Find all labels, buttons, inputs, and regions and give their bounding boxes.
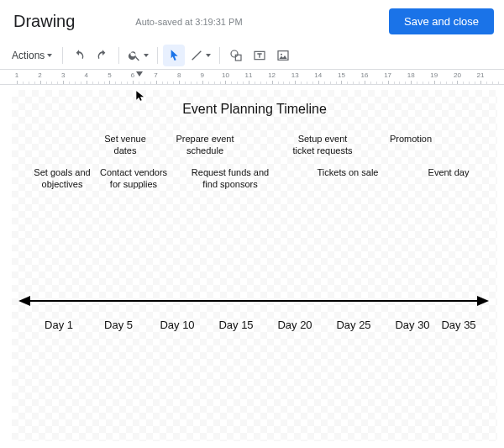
- canvas[interactable]: Event Planning Timeline Set venuedatesPr…: [12, 90, 497, 441]
- svg-marker-7: [477, 296, 489, 306]
- timeline-day-label[interactable]: Day 25: [336, 319, 370, 331]
- timeline-task[interactable]: Set goals andobjectives: [34, 167, 90, 191]
- timeline-task[interactable]: Setup eventticket requests: [293, 134, 353, 157]
- textbox-icon: [253, 49, 266, 62]
- toolbar-separator: [219, 47, 220, 64]
- svg-point-0: [231, 50, 238, 57]
- select-icon: [167, 49, 181, 62]
- dialog-title: Drawing: [13, 12, 75, 31]
- timeline-arrow[interactable]: [18, 294, 489, 308]
- line-tool-button[interactable]: [186, 45, 214, 66]
- svg-point-4: [281, 53, 282, 55]
- timeline-task[interactable]: Set venuedates: [104, 134, 146, 157]
- timeline-day-label[interactable]: Day 30: [395, 319, 429, 331]
- toolbar-separator: [118, 47, 119, 64]
- shape-tool-button[interactable]: [225, 45, 247, 66]
- line-icon: [190, 49, 203, 62]
- timeline-title[interactable]: Event Planning Timeline: [182, 102, 327, 117]
- caret-down-icon: [47, 54, 52, 57]
- drawing-dialog: Drawing Auto-saved at 3:19:31 PM Save an…: [0, 0, 504, 448]
- timeline-task[interactable]: Tickets on sale: [318, 167, 379, 179]
- timeline-task[interactable]: Prepare eventschedule: [176, 134, 234, 157]
- caret-down-icon: [144, 54, 149, 57]
- svg-marker-6: [18, 296, 30, 306]
- timeline-day-label[interactable]: Day 10: [160, 319, 194, 331]
- timeline-day-label[interactable]: Day 5: [104, 319, 133, 331]
- canvas-area[interactable]: Event Planning Timeline Set venuedatesPr…: [0, 85, 504, 448]
- timeline-day-label[interactable]: Day 15: [218, 319, 253, 331]
- timeline-day-label[interactable]: Day 20: [277, 319, 312, 331]
- actions-menu-button[interactable]: Actions: [8, 45, 57, 66]
- dialog-header: Drawing Auto-saved at 3:19:31 PM Save an…: [0, 0, 504, 41]
- redo-icon: [96, 49, 109, 62]
- image-tool-button[interactable]: [272, 45, 294, 66]
- timeline-task[interactable]: Request funds andfind sponsors: [192, 167, 269, 191]
- undo-icon: [72, 49, 86, 62]
- undo-button[interactable]: [68, 45, 90, 66]
- toolbar-separator: [62, 47, 63, 64]
- select-tool-button[interactable]: [163, 45, 185, 66]
- timeline-task[interactable]: Event day: [428, 167, 470, 179]
- timeline-day-label[interactable]: Day 35: [441, 319, 475, 331]
- zoom-icon: [128, 49, 141, 62]
- drawing-content: Event Planning Timeline Set venuedatesPr…: [12, 90, 497, 441]
- autosave-status: Auto-saved at 3:19:31 PM: [135, 17, 242, 27]
- image-icon: [276, 49, 290, 62]
- save-and-close-button[interactable]: Save and close: [389, 8, 494, 34]
- timeline-task[interactable]: Contact vendorsfor supplies: [100, 167, 167, 191]
- zoom-button[interactable]: [124, 45, 152, 66]
- horizontal-ruler: 123456789101112131415161718192021: [0, 70, 504, 85]
- redo-button[interactable]: [92, 45, 113, 66]
- timeline-task[interactable]: Promotion: [390, 134, 432, 145]
- cursor-pointer-icon: [134, 88, 146, 103]
- svg-rect-1: [236, 55, 242, 61]
- toolbar-separator: [157, 47, 158, 64]
- ruler-cursor-indicator: [136, 71, 143, 76]
- timeline-day-label[interactable]: Day 1: [45, 319, 73, 331]
- textbox-tool-button[interactable]: [249, 45, 270, 66]
- caret-down-icon: [206, 54, 211, 57]
- toolbar: Actions: [0, 41, 504, 70]
- actions-label: Actions: [12, 50, 45, 61]
- shape-icon: [229, 49, 243, 62]
